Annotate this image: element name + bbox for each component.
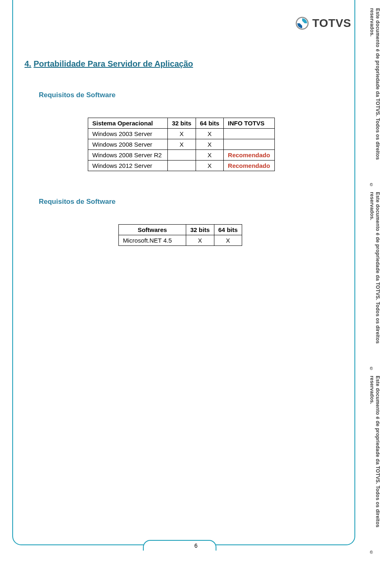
totvs-logo-icon <box>295 16 309 30</box>
cell-64: X <box>196 161 224 171</box>
cell-64: X <box>214 235 242 246</box>
th-softwares: Softwares <box>119 225 186 235</box>
cell-os: Windows 2012 Server <box>88 161 168 171</box>
sub-heading-requisitos-1: Requisitos de Software <box>39 91 343 99</box>
os-table: Sistema Operacional 32 bits 64 bits INFO… <box>88 118 275 171</box>
page-content: 4. Portabilidade Para Servidor de Aplica… <box>24 59 343 246</box>
table-row: Microsoft.NET 4.5 X X <box>119 235 242 246</box>
table-row: Windows 2008 Server X X <box>88 139 275 150</box>
cell-sw: Microsoft.NET 4.5 <box>119 235 186 246</box>
softwares-table: Softwares 32 bits 64 bits Microsoft.NET … <box>118 224 242 246</box>
th-64bits: 64 bits <box>196 118 224 129</box>
cell-32 <box>168 161 196 171</box>
cell-info: Recomendado <box>224 150 275 161</box>
cell-64: X <box>196 129 224 139</box>
side-copyright-3: Este documento é de propriedade da TOTVS… <box>369 376 385 547</box>
table-row: Windows 2008 Server R2 X Recomendado <box>88 150 275 161</box>
cell-os: Windows 2008 Server <box>88 139 168 150</box>
table-row: Windows 2012 Server X Recomendado <box>88 161 275 171</box>
page-number-tab <box>143 540 216 551</box>
table-header-row: Softwares 32 bits 64 bits <box>119 225 242 235</box>
cell-os: Windows 2003 Server <box>88 129 168 139</box>
th-64bits: 64 bits <box>214 225 242 235</box>
section-title-text: Portabilidade Para Servidor de Aplicação <box>33 59 193 68</box>
cell-info <box>224 139 275 150</box>
table-row: Windows 2003 Server X X <box>88 129 275 139</box>
section-number: 4. <box>24 59 31 68</box>
table-header-row: Sistema Operacional 32 bits 64 bits INFO… <box>88 118 275 129</box>
cell-os: Windows 2008 Server R2 <box>88 150 168 161</box>
th-32bits: 32 bits <box>186 225 214 235</box>
cell-info: Recomendado <box>224 161 275 171</box>
cell-32 <box>168 150 196 161</box>
cell-32: X <box>168 129 196 139</box>
logo: TOTVS <box>295 16 351 30</box>
th-sistema-operacional: Sistema Operacional <box>88 118 168 129</box>
logo-text: TOTVS <box>312 17 351 30</box>
side-copyright-1: Este documento é de propriedade da TOTVS… <box>369 8 385 180</box>
cell-32: X <box>168 139 196 150</box>
th-info-totvs: INFO TOTVS <box>224 118 275 129</box>
cell-32: X <box>186 235 214 246</box>
cell-64: X <box>196 150 224 161</box>
section-title: 4. Portabilidade Para Servidor de Aplica… <box>24 59 343 69</box>
cell-64: X <box>196 139 224 150</box>
cell-info <box>224 129 275 139</box>
page-number: 6 <box>194 542 198 549</box>
th-32bits: 32 bits <box>168 118 196 129</box>
side-copyright-2: Este documento é de propriedade da TOTVS… <box>369 192 385 364</box>
sub-heading-requisitos-2: Requisitos de Software <box>39 198 343 206</box>
